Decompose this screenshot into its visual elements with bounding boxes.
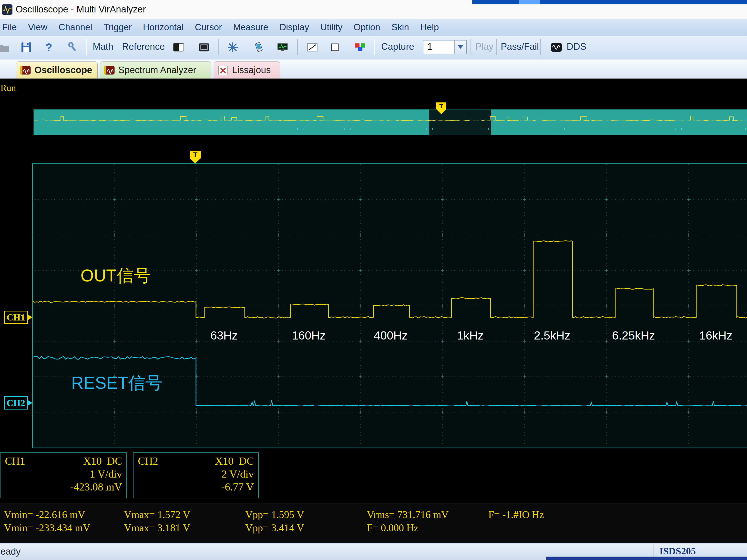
menu-item-channel[interactable]: Channel xyxy=(53,22,98,32)
tab-lissajous[interactable]: Lissajous xyxy=(214,61,280,79)
title-bar: Oscilloscope - Multi VirAnalyzer xyxy=(0,0,747,19)
autoset-button[interactable] xyxy=(225,39,241,55)
app-window: Oscilloscope - Multi VirAnalyzer File Vi… xyxy=(0,0,747,560)
toolbar-separator xyxy=(374,39,375,55)
color-button[interactable] xyxy=(352,39,368,55)
status-bar: eady ISDS205 xyxy=(0,543,747,560)
app-icon xyxy=(1,4,13,15)
lissajous-tab-icon xyxy=(217,64,229,76)
status-device: ISDS205 xyxy=(660,545,696,557)
menu-item-option[interactable]: Option xyxy=(348,22,386,32)
background-window-strip-highlight xyxy=(519,0,540,4)
ch2-probe: X10 DC xyxy=(215,455,254,467)
capture-select[interactable]: 1 xyxy=(423,40,467,54)
tab-spectrum-analyzer[interactable]: Spectrum Analyzer xyxy=(100,61,211,79)
trigger-position-marker[interactable]: T xyxy=(189,151,201,163)
single-view-button[interactable] xyxy=(196,39,212,55)
toolbar-separator xyxy=(297,39,298,55)
ch2-offset: -6.77 V xyxy=(138,481,254,493)
help-button[interactable]: ? xyxy=(41,39,57,55)
capture-label: Capture xyxy=(381,42,414,52)
single-view-icon xyxy=(198,42,210,53)
save-button[interactable] xyxy=(19,39,34,55)
split-view-icon xyxy=(173,42,184,53)
menu-bar: File View Channel Trigger Horizontal Cur… xyxy=(0,19,747,35)
freq-label-63hz: 63Hz xyxy=(210,329,238,342)
tab-label: Spectrum Analyzer xyxy=(118,65,196,75)
menu-item-measure[interactable]: Measure xyxy=(228,22,274,32)
monitor-waveform-icon xyxy=(277,42,288,53)
menu-item-display[interactable]: Display xyxy=(274,22,314,32)
dds-icon xyxy=(550,42,562,53)
tab-bar: Oscilloscope Spectrum Analyzer Lissajous xyxy=(0,59,747,79)
freq-label-160hz: 160Hz xyxy=(292,329,326,342)
tab-oscilloscope[interactable]: Oscilloscope xyxy=(16,61,98,79)
ch1-marker[interactable]: CH1 xyxy=(4,311,28,324)
toolbar-separator xyxy=(496,39,497,55)
toolbar-separator xyxy=(86,39,86,55)
math-button[interactable]: Math xyxy=(93,42,113,52)
trigger-label: T xyxy=(193,151,198,163)
starburst-icon xyxy=(227,42,239,53)
background-window-strip xyxy=(472,0,747,4)
menu-item-horizontal[interactable]: Horizontal xyxy=(137,22,189,32)
menu-item-file[interactable]: File xyxy=(0,22,22,32)
diagonal-line-icon xyxy=(307,42,318,53)
scope-main-area: Run T T CH1 CH2 OUT信号 RESET信号 63Hz 160Hz… xyxy=(0,79,747,543)
toolbar-separator xyxy=(218,39,219,55)
taskbar-strip xyxy=(546,557,747,560)
trigger-label: T xyxy=(439,102,443,114)
wrench-icon xyxy=(67,42,79,53)
freq-label-16khz: 16kHz xyxy=(699,329,732,342)
ch1-name: CH1 xyxy=(5,455,25,467)
freq-label-1khz: 1kHz xyxy=(457,329,484,342)
interpolation-button[interactable] xyxy=(305,39,320,55)
menu-item-view[interactable]: View xyxy=(22,22,53,32)
open-button[interactable] xyxy=(0,39,12,55)
handheld-device-icon xyxy=(253,42,264,53)
meas-ch2-vmin: Vmin= -233.434 mV xyxy=(4,522,90,534)
meas-ch2-vmax: Vmax= 3.181 V xyxy=(124,522,190,534)
dds-button[interactable] xyxy=(548,39,564,55)
menu-item-skin[interactable]: Skin xyxy=(386,22,415,32)
passfail-button[interactable]: Pass/Fail xyxy=(501,42,539,52)
ch1-marker-label: CH1 xyxy=(7,312,25,323)
save-icon xyxy=(21,42,32,53)
ch2-marker[interactable]: CH2 xyxy=(4,396,28,409)
menu-item-cursor[interactable]: Cursor xyxy=(189,22,228,32)
out-signal-label: OUT信号 xyxy=(80,264,151,287)
freq-label-6-25khz: 6.25kHz xyxy=(612,329,655,342)
waveform-preview[interactable] xyxy=(33,109,747,135)
settings-button[interactable] xyxy=(65,39,80,55)
spectrum-tab-icon xyxy=(104,64,115,76)
display-mode-button[interactable] xyxy=(275,39,290,55)
scope-grid-svg xyxy=(33,164,747,448)
meas-ch1-vrms: Vrms= 731.716 mV xyxy=(367,509,448,521)
split-view-button[interactable] xyxy=(171,39,186,55)
dds-label[interactable]: DDS xyxy=(567,42,586,52)
ch2-name: CH2 xyxy=(138,455,158,467)
menu-item-help[interactable]: Help xyxy=(415,22,444,32)
reference-button[interactable]: Reference xyxy=(122,42,165,52)
menu-item-trigger[interactable]: Trigger xyxy=(98,22,137,32)
oscilloscope-tab-icon xyxy=(20,64,31,76)
toolbar-separator xyxy=(470,39,471,55)
capture-select-value: 1 xyxy=(423,41,454,54)
window-title: Oscilloscope - Multi VirAnalyzer xyxy=(16,4,146,15)
capture-select-arrow[interactable] xyxy=(454,41,466,54)
scope-display xyxy=(32,163,747,448)
ch1-probe: X10 DC xyxy=(83,455,122,467)
tab-label: Lissajous xyxy=(232,65,271,75)
menu-item-utility[interactable]: Utility xyxy=(315,22,348,32)
chevron-down-icon xyxy=(458,45,463,49)
ch2-marker-label: CH2 xyxy=(7,398,25,408)
white-square-icon xyxy=(329,42,341,53)
preview-svg xyxy=(34,109,747,135)
help-icon: ? xyxy=(45,41,52,54)
play-button[interactable]: Play xyxy=(475,42,493,52)
device-button[interactable] xyxy=(251,39,266,55)
run-status: Run xyxy=(0,82,16,93)
ch2-info-panel: CH2 X10 DC 2 V/div -6.77 V xyxy=(133,452,259,498)
ch1-info-panel: CH1 X10 DC 1 V/div -423.08 mV xyxy=(0,452,127,498)
persistence-button[interactable] xyxy=(327,39,343,55)
